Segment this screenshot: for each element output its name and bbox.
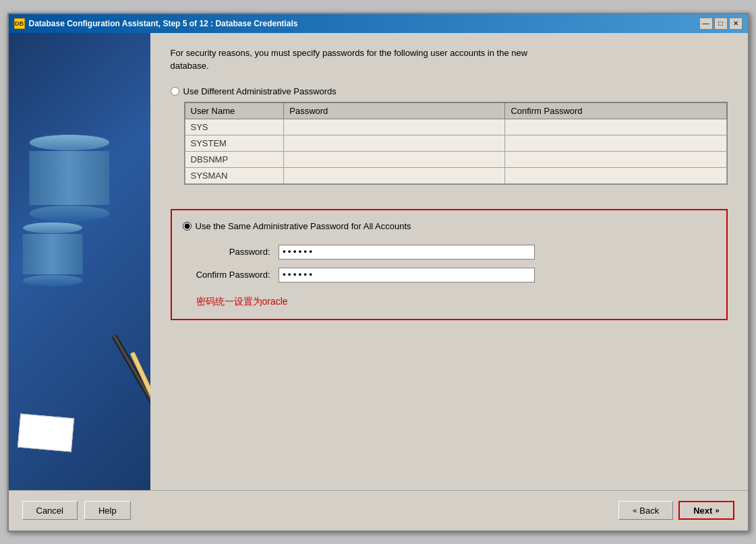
next-label: Next bbox=[693, 506, 712, 516]
cell-sysman-name: SYSMAN bbox=[185, 167, 284, 183]
window-title: Database Configuration Assistant, Step 5… bbox=[29, 19, 298, 28]
cancel-button[interactable]: Cancel bbox=[22, 501, 78, 520]
back-chevron: « bbox=[633, 506, 637, 514]
option1-radio-row: Use Different Administrative Passwords bbox=[171, 86, 728, 96]
database-cylinder-2 bbox=[22, 222, 83, 286]
credentials-table: User Name Password Confirm Password SYS bbox=[185, 102, 727, 184]
footer: Cancel Help « Back Next » bbox=[9, 490, 748, 531]
cell-dbsnmp-password[interactable] bbox=[284, 151, 505, 167]
table-row: SYSTEM bbox=[185, 135, 726, 151]
option1-section: Use Different Administrative Passwords U… bbox=[171, 86, 728, 195]
cell-sys-password[interactable] bbox=[284, 119, 505, 135]
confirm-password-label: Confirm Password: bbox=[183, 270, 270, 280]
window-controls: — □ ✕ bbox=[699, 18, 743, 30]
password-row: Password: bbox=[183, 245, 716, 260]
back-button[interactable]: « Back bbox=[618, 501, 673, 520]
minimize-button[interactable]: — bbox=[699, 18, 713, 30]
back-label: Back bbox=[639, 506, 659, 516]
note-text: 密码统一设置为oracle bbox=[196, 296, 716, 308]
cell-sys-name: SYS bbox=[185, 119, 284, 135]
table-row: SYSMAN bbox=[185, 167, 726, 183]
option2-highlight-box: Use the Same Administrative Password for… bbox=[171, 209, 728, 320]
option2-radio[interactable] bbox=[183, 222, 192, 231]
col-username: User Name bbox=[185, 102, 284, 119]
cell-sysman-confirm[interactable] bbox=[505, 167, 726, 183]
cell-system-confirm[interactable] bbox=[505, 135, 726, 151]
password-input[interactable] bbox=[279, 245, 535, 260]
same-password-section: Use the Same Administrative Password for… bbox=[183, 221, 716, 308]
title-bar: DB Database Configuration Assistant, Ste… bbox=[9, 14, 748, 33]
maximize-button[interactable]: □ bbox=[714, 18, 728, 30]
app-icon: DB bbox=[14, 18, 25, 29]
window-body: For security reasons, you must specify p… bbox=[9, 33, 748, 490]
table-row: DBSNMP bbox=[185, 151, 726, 167]
option1-radio[interactable] bbox=[171, 87, 179, 96]
main-content: For security reasons, you must specify p… bbox=[150, 33, 748, 490]
cell-dbsnmp-name: DBSNMP bbox=[185, 151, 284, 167]
next-button[interactable]: Next » bbox=[678, 501, 734, 520]
database-cylinder-1 bbox=[29, 134, 110, 222]
option2-label: Use the Same Administrative Password for… bbox=[196, 221, 411, 231]
password-label: Password: bbox=[183, 247, 270, 257]
pen-area bbox=[138, 328, 144, 436]
description-text: For security reasons, you must specify p… bbox=[171, 47, 728, 73]
confirm-password-input[interactable] bbox=[279, 268, 535, 282]
cell-system-name: SYSTEM bbox=[185, 135, 284, 151]
sidebar bbox=[9, 33, 150, 490]
col-confirm: Confirm Password bbox=[505, 102, 726, 119]
cell-sysman-password[interactable] bbox=[284, 167, 505, 183]
table-row: SYS bbox=[185, 119, 726, 135]
table-header-row: User Name Password Confirm Password bbox=[185, 102, 726, 119]
option2-radio-row: Use the Same Administrative Password for… bbox=[183, 221, 716, 231]
footer-right: « Back Next » bbox=[618, 501, 734, 520]
option1-label: Use Different Administrative Passwords bbox=[183, 86, 337, 96]
footer-left: Cancel Help bbox=[22, 501, 131, 520]
cell-sys-confirm[interactable] bbox=[505, 119, 726, 135]
confirm-password-row: Confirm Password: bbox=[183, 268, 716, 282]
help-button[interactable]: Help bbox=[84, 501, 131, 520]
main-window: DB Database Configuration Assistant, Ste… bbox=[7, 13, 749, 532]
title-bar-left: DB Database Configuration Assistant, Ste… bbox=[14, 18, 298, 29]
sidebar-image bbox=[9, 33, 150, 490]
cell-dbsnmp-confirm[interactable] bbox=[505, 151, 726, 167]
cell-system-password[interactable] bbox=[284, 135, 505, 151]
next-chevron: » bbox=[715, 506, 719, 514]
close-button[interactable]: ✕ bbox=[729, 18, 743, 30]
credentials-table-container: User Name Password Confirm Password SYS bbox=[184, 102, 728, 185]
col-password: Password bbox=[284, 102, 505, 119]
paper-decoration bbox=[17, 413, 74, 452]
